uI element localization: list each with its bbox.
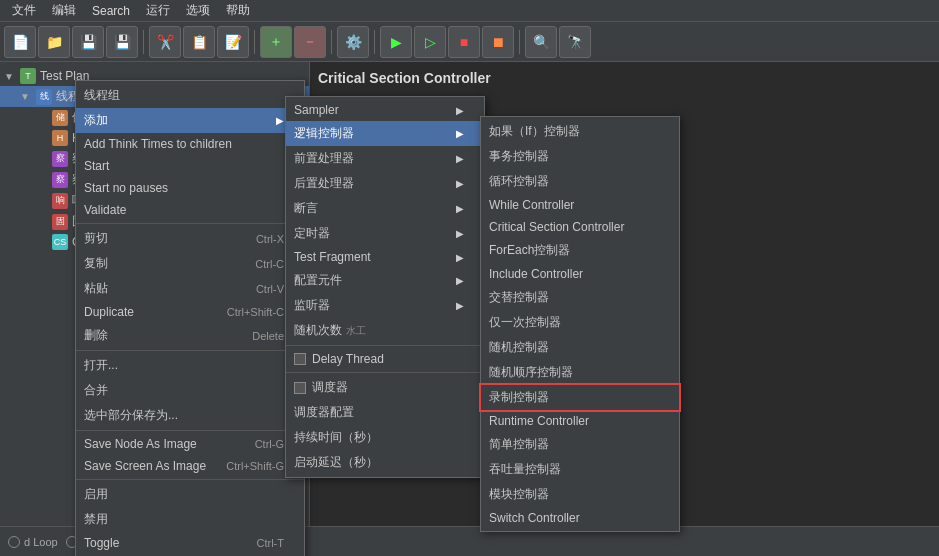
ctx-label-start-no-pause: Start no pauses <box>84 181 168 195</box>
ctx-save-partial[interactable]: 选中部分保存为... <box>76 403 304 428</box>
ctx3-simple[interactable]: 简单控制器 <box>481 432 679 457</box>
ctx3-runtime[interactable]: Runtime Controller <box>481 410 679 432</box>
ctx-think-times[interactable]: Add Think Times to children <box>76 133 304 155</box>
toolbar-play-no-pause[interactable]: ▷ <box>414 26 446 58</box>
toolbar-add[interactable]: ＋ <box>260 26 292 58</box>
ctx2-startup-delay[interactable]: 启动延迟（秒） <box>286 450 484 475</box>
ctx2-pre[interactable]: 前置处理器 ▶ <box>286 146 484 171</box>
ctx-label-validate: Validate <box>84 203 126 217</box>
ctx2-cb-delay[interactable] <box>294 353 306 365</box>
toolbar-stop[interactable]: ■ <box>448 26 480 58</box>
ctx3-random-order[interactable]: 随机顺序控制器 <box>481 360 679 385</box>
menu-help[interactable]: 帮助 <box>218 0 258 21</box>
ctx3-random[interactable]: 随机控制器 <box>481 335 679 360</box>
ctx3-if[interactable]: 如果（If）控制器 <box>481 119 679 144</box>
ctx3-module[interactable]: 模块控制器 <box>481 482 679 507</box>
ctx2-post[interactable]: 后置处理器 ▶ <box>286 171 484 196</box>
toolbar-search[interactable]: 🔍 <box>525 26 557 58</box>
ctx-start-no-pause[interactable]: Start no pauses <box>76 177 304 199</box>
ctx2-label-random: 随机次数 <box>294 322 342 339</box>
ctx-shortcut-paste: Ctrl-V <box>236 283 284 295</box>
ctx3-label-throughput: 吞吐量控制器 <box>489 461 561 478</box>
ctx2-duration[interactable]: 持续时间（秒） <box>286 425 484 450</box>
toolbar-play[interactable]: ▶ <box>380 26 412 58</box>
ctx-label-enable: 启用 <box>84 486 108 503</box>
toolbar-copy[interactable]: 📋 <box>183 26 215 58</box>
ctx3-label-transaction: 事务控制器 <box>489 148 549 165</box>
ctx-merge[interactable]: 合并 <box>76 378 304 403</box>
ctx2-config[interactable]: 配置元件 ▶ <box>286 268 484 293</box>
ctx3-while[interactable]: While Controller <box>481 194 679 216</box>
ctx-thread-group[interactable]: 线程组 <box>76 83 304 108</box>
content-title: Critical Section Controller <box>318 70 931 86</box>
ctx-save-screen-image[interactable]: Save Screen As Image Ctrl+Shift-G <box>76 455 304 477</box>
ctx3-critical[interactable]: Critical Section Controller <box>481 216 679 238</box>
ctx2-cb-scheduler[interactable] <box>294 382 306 394</box>
toolbar-sep-3 <box>331 30 332 54</box>
ctx-save-node-image[interactable]: Save Node As Image Ctrl-G <box>76 433 304 455</box>
menu-options[interactable]: 选项 <box>178 0 218 21</box>
ctx3-label-loop: 循环控制器 <box>489 173 549 190</box>
ctx3-foreach[interactable]: ForEach控制器 <box>481 238 679 263</box>
ctx3-throughput[interactable]: 吞吐量控制器 <box>481 457 679 482</box>
ctx-delete[interactable]: 删除 Delete <box>76 323 304 348</box>
ctx-start[interactable]: Start <box>76 155 304 177</box>
ctx2-arrow-assert: ▶ <box>446 203 464 214</box>
toolbar-remove[interactable]: － <box>294 26 326 58</box>
ctx-validate[interactable]: Validate <box>76 199 304 221</box>
ctx3-interleave[interactable]: 交替控制器 <box>481 285 679 310</box>
ctx2-scheduler[interactable]: 调度器 <box>286 375 484 400</box>
ctx-open[interactable]: 打开... <box>76 353 304 378</box>
ctx-arrow-add: ▶ <box>266 115 284 126</box>
ctx2-scheduler-config[interactable]: 调度器配置 <box>286 400 484 425</box>
menu-edit[interactable]: 编辑 <box>44 0 84 21</box>
menu-search[interactable]: Search <box>84 2 138 20</box>
menu-file[interactable]: 文件 <box>4 0 44 21</box>
ctx2-arrow-timer: ▶ <box>446 228 464 239</box>
ctx-enable[interactable]: 启用 <box>76 482 304 507</box>
ctx-label-open: 打开... <box>84 357 118 374</box>
toolbar-open[interactable]: 📁 <box>38 26 70 58</box>
ctx2-random-count[interactable]: 随机次数 水⼯ <box>286 318 484 343</box>
ctx3-include[interactable]: Include Controller <box>481 263 679 285</box>
ctx-label-think: Add Think Times to children <box>84 137 232 151</box>
radio-loop[interactable] <box>8 536 20 548</box>
ctx-add[interactable]: 添加 ▶ <box>76 108 304 133</box>
icon-7: CS <box>52 234 68 250</box>
ctx-copy[interactable]: 复制 Ctrl-C <box>76 251 304 276</box>
toolbar-save[interactable]: 💾 <box>72 26 104 58</box>
menu-run[interactable]: 运行 <box>138 0 178 21</box>
ctx-duplicate[interactable]: Duplicate Ctrl+Shift-C <box>76 301 304 323</box>
ctx3-transaction[interactable]: 事务控制器 <box>481 144 679 169</box>
ctx3-label-while: While Controller <box>489 198 574 212</box>
expand-testplan: ▼ <box>4 71 20 82</box>
ctx2-delay-thread[interactable]: Delay Thread <box>286 348 484 370</box>
toolbar-search2[interactable]: 🔭 <box>559 26 591 58</box>
ctx-cut[interactable]: 剪切 Ctrl-X <box>76 226 304 251</box>
ctx2-fragment[interactable]: Test Fragment ▶ <box>286 246 484 268</box>
ctx3-label-interleave: 交替控制器 <box>489 289 549 306</box>
ctx3-once-only[interactable]: 仅一次控制器 <box>481 310 679 335</box>
ctx-sep-2 <box>76 350 304 351</box>
ctx3-switch[interactable]: Switch Controller <box>481 507 679 529</box>
ctx3-label-include: Include Controller <box>489 267 583 281</box>
ctx3-recording[interactable]: 录制控制器 <box>481 385 679 410</box>
ctx3-loop[interactable]: 循环控制器 <box>481 169 679 194</box>
toolbar-paste[interactable]: 📝 <box>217 26 249 58</box>
ctx2-assert[interactable]: 断言 ▶ <box>286 196 484 221</box>
toolbar-cut[interactable]: ✂️ <box>149 26 181 58</box>
toolbar-settings[interactable]: ⚙️ <box>337 26 369 58</box>
ctx2-timer[interactable]: 定时器 ▶ <box>286 221 484 246</box>
ctx-paste[interactable]: 粘贴 Ctrl-V <box>76 276 304 301</box>
context-menu-1: 线程组 添加 ▶ Add Think Times to children Sta… <box>75 80 305 556</box>
ctx2-listener[interactable]: 监听器 ▶ <box>286 293 484 318</box>
ctx2-logic[interactable]: 逻辑控制器 ▶ <box>286 121 484 146</box>
toolbar-save2[interactable]: 💾 <box>106 26 138 58</box>
context-menu-logic: 如果（If）控制器 事务控制器 循环控制器 While Controller C… <box>480 116 680 532</box>
ctx-toggle[interactable]: Toggle Ctrl-T <box>76 532 304 554</box>
ctx-disable[interactable]: 禁用 <box>76 507 304 532</box>
ctx3-label-simple: 简单控制器 <box>489 436 549 453</box>
ctx2-sampler[interactable]: Sampler ▶ <box>286 99 484 121</box>
toolbar-stop2[interactable]: ⏹ <box>482 26 514 58</box>
toolbar-new[interactable]: 📄 <box>4 26 36 58</box>
